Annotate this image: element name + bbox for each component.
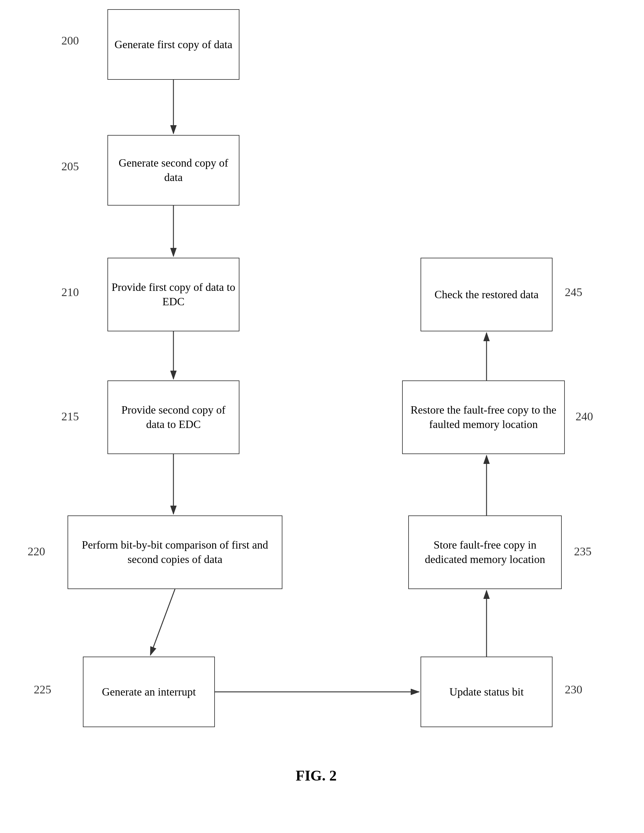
box-235-text: Store fault-free copy in dedicated memor… [412,538,558,567]
box-230: Update status bit [420,656,552,727]
label-230: 230 [565,683,582,696]
box-220: Perform bit-by-bit comparison of first a… [68,515,282,589]
label-200: 200 [61,34,79,47]
box-235: Store fault-free copy in dedicated memor… [408,515,562,589]
box-205: Generate second copy of data [108,135,240,206]
box-210-text: Provide first copy of data to EDC [111,280,236,309]
box-210: Provide first copy of data to EDC [108,258,240,331]
box-215-text: Provide second copy of data to EDC [111,403,236,432]
label-235: 235 [574,545,591,558]
arrow-220-225 [150,589,175,655]
box-200: Generate first copy of data [108,9,240,80]
box-225-text: Generate an interrupt [102,685,196,699]
box-240: Restore the fault-free copy to the fault… [402,380,565,454]
box-215: Provide second copy of data to EDC [108,380,240,454]
label-240: 240 [576,410,593,423]
box-225: Generate an interrupt [83,656,215,727]
box-240-text: Restore the fault-free copy to the fault… [406,403,561,432]
label-225: 225 [34,683,51,696]
box-205-text: Generate second copy of data [111,156,236,185]
box-220-text: Perform bit-by-bit comparison of first a… [71,538,279,567]
label-205: 205 [61,159,79,173]
label-220: 220 [27,545,45,558]
box-230-text: Update status bit [449,685,524,699]
box-200-text: Generate first copy of data [114,37,232,52]
diagram: Generate first copy of data 200 Generate… [0,0,644,833]
figure-label: FIG. 2 [270,767,362,784]
label-210: 210 [61,285,79,299]
box-245: Check the restored data [420,258,552,331]
label-215: 215 [61,410,79,423]
box-245-text: Check the restored data [435,288,539,302]
label-245: 245 [565,285,582,299]
